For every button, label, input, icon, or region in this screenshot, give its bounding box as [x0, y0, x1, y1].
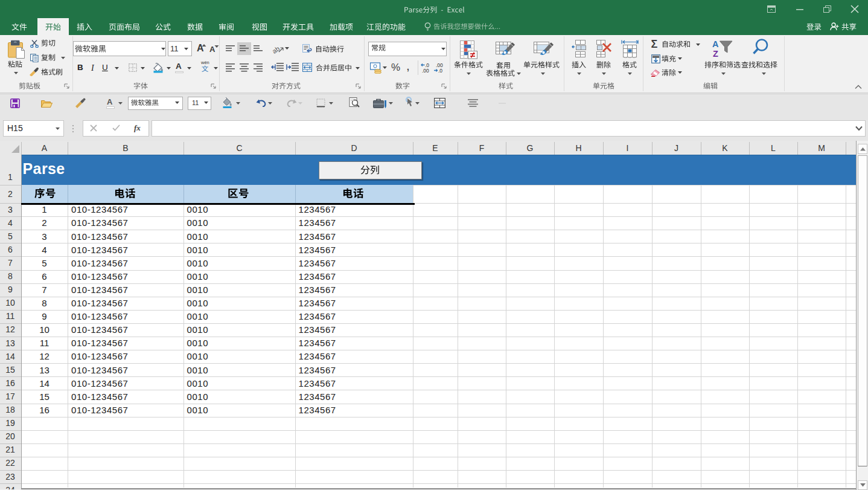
svg-text:.0: .0: [438, 68, 442, 73]
svg-text:A: A: [712, 39, 719, 49]
svg-text:.00: .00: [422, 68, 429, 73]
svg-text:Z: Z: [713, 49, 718, 58]
svg-text:ab: ab: [272, 45, 281, 54]
